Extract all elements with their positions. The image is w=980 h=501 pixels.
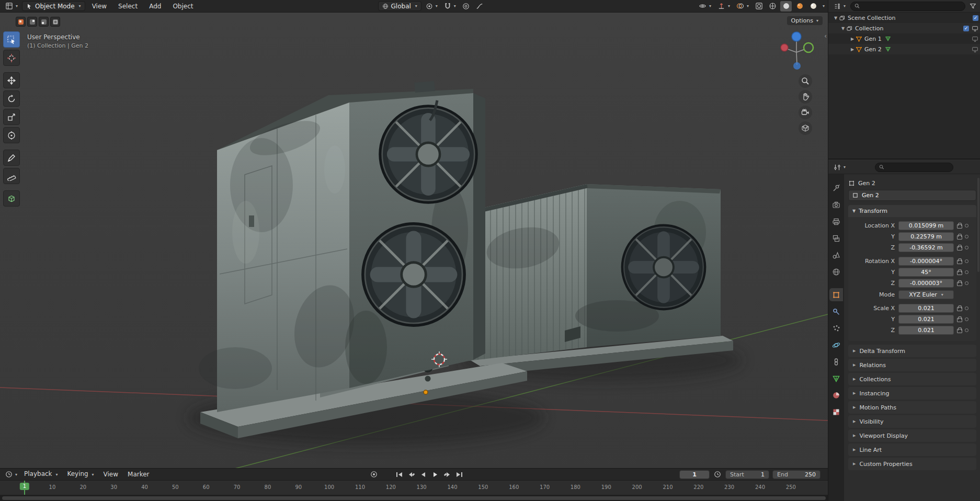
transform-panel-header[interactable]: ▼ Transform [848, 205, 976, 217]
tool-move[interactable] [3, 72, 20, 88]
auto-keying-toggle[interactable] [368, 469, 380, 480]
outliner-row-gen2[interactable]: ▶ Gen 2 [828, 44, 980, 54]
zoom-button[interactable] [799, 74, 812, 88]
tab-scene[interactable] [829, 248, 843, 261]
jump-to-start-button[interactable] [393, 469, 405, 480]
end-frame-field[interactable]: End 250 [772, 470, 821, 479]
proportional-editing-button[interactable] [460, 1, 472, 12]
tool-annotate[interactable] [3, 150, 20, 166]
value-field[interactable]: 45° [898, 268, 954, 277]
outliner-row-collection[interactable]: ▼ Collection ✓ [828, 23, 980, 33]
xray-toggle-button[interactable] [753, 1, 765, 12]
animate-decorator-icon[interactable] [965, 317, 968, 321]
tool-cursor[interactable] [3, 50, 20, 66]
viewport-quick-toggle-2[interactable] [27, 17, 37, 27]
viewport-quick-toggle-3[interactable] [39, 17, 49, 27]
properties-search[interactable] [875, 163, 953, 172]
section-header-instancing[interactable]: ▶Instancing [848, 387, 976, 400]
lock-icon[interactable] [956, 234, 962, 240]
section-header-collections[interactable]: ▶Collections [848, 373, 976, 385]
tab-world[interactable] [829, 265, 843, 278]
disclosure-triangle-icon[interactable]: ▶ [849, 47, 856, 52]
value-field[interactable]: -0.000003° [898, 279, 954, 288]
menu-marker[interactable]: Marker [123, 468, 154, 481]
tool-rotate[interactable] [3, 90, 20, 107]
menu-select[interactable]: Select [113, 0, 142, 13]
animate-decorator-icon[interactable] [965, 270, 968, 274]
tool-add-cube[interactable] [3, 190, 20, 207]
tool-transform[interactable] [3, 127, 20, 143]
checkbox-icon[interactable]: ✓ [973, 15, 978, 21]
editor-type-button[interactable]: ▾ [3, 1, 20, 11]
next-keyframe-button[interactable] [441, 469, 453, 480]
section-header-relations[interactable]: ▶Relations [848, 359, 976, 371]
timeline-ruler[interactable]: 1 10203040506070809010011012013014015016… [0, 481, 828, 495]
animate-decorator-icon[interactable] [965, 281, 968, 285]
toggle-perspective-button[interactable] [799, 121, 812, 135]
lock-icon[interactable] [956, 223, 962, 229]
outliner-row-gen1[interactable]: ▶ Gen 1 [828, 33, 980, 44]
viewport-quick-toggle-4[interactable] [50, 17, 60, 27]
object-name-field[interactable]: Gen 2 [848, 190, 976, 201]
lock-icon[interactable] [956, 327, 962, 334]
breadcrumb-object-name[interactable]: Gen 2 [858, 180, 875, 187]
tab-tool[interactable] [829, 181, 843, 195]
lock-icon[interactable] [956, 305, 962, 312]
tab-view-layer[interactable] [829, 232, 843, 245]
lock-icon[interactable] [956, 316, 962, 323]
navigation-gizmo[interactable] [778, 30, 815, 72]
properties-editor-type-button[interactable]: ▾ [831, 163, 848, 172]
monitor-icon[interactable] [972, 25, 978, 32]
shading-rendered-button[interactable] [807, 1, 819, 12]
tab-material[interactable] [829, 389, 843, 402]
value-field[interactable]: 0.021 [898, 326, 954, 335]
shading-dropdown-chevron[interactable]: ▾ [823, 4, 825, 8]
play-reverse-button[interactable] [417, 469, 429, 480]
animate-decorator-icon[interactable] [965, 224, 968, 227]
section-header-custom-properties[interactable]: ▶Custom Properties [848, 458, 976, 470]
current-frame-field[interactable]: 1 [679, 470, 710, 479]
cooling-unit-right[interactable] [459, 180, 733, 375]
timeline-editor-type-button[interactable]: ▾ [3, 470, 19, 479]
tab-output[interactable] [829, 215, 843, 228]
shading-material-button[interactable] [794, 1, 805, 12]
tab-physics[interactable] [829, 338, 843, 351]
tab-constraints[interactable] [829, 355, 843, 368]
object-visibility-dropdown[interactable]: ▾ [697, 1, 713, 11]
value-field[interactable]: 0.021 [898, 304, 954, 313]
animate-decorator-icon[interactable] [965, 246, 968, 249]
menu-playback[interactable]: Playback ▾ [19, 468, 62, 481]
monitor-icon[interactable] [972, 46, 978, 53]
lock-icon[interactable] [956, 258, 962, 265]
outliner-search[interactable] [850, 2, 965, 11]
section-header-visibility[interactable]: ▶Visibility [848, 415, 976, 428]
pivot-point-button[interactable]: ▾ [424, 2, 440, 11]
value-field[interactable]: 0.015099 m [898, 221, 954, 230]
value-field[interactable]: -0.36592 m [898, 243, 954, 252]
animate-decorator-icon[interactable] [965, 306, 968, 310]
disclosure-triangle-icon[interactable]: ▼ [840, 26, 846, 31]
shading-wireframe-button[interactable] [767, 1, 778, 12]
lock-icon[interactable] [956, 245, 962, 251]
outliner-editor-type-button[interactable]: ▾ [831, 2, 848, 11]
tab-object[interactable] [829, 288, 843, 301]
menu-view[interactable]: View [87, 0, 111, 13]
menu-tl-view[interactable]: View [99, 468, 123, 481]
properties-scrollbar[interactable] [977, 178, 979, 272]
mode-dropdown[interactable]: Object Mode ▾ [22, 1, 85, 11]
camera-view-button[interactable] [799, 106, 812, 119]
section-header-line-art[interactable]: ▶Line Art [848, 443, 976, 456]
section-header-delta-transform[interactable]: ▶Delta Transform [848, 345, 976, 357]
checkbox-icon[interactable]: ✓ [963, 26, 969, 31]
play-button[interactable] [429, 469, 441, 480]
tool-measure[interactable] [3, 168, 20, 184]
gizmos-dropdown[interactable]: ▾ [715, 1, 732, 11]
animate-decorator-icon[interactable] [965, 328, 968, 332]
tab-texture[interactable] [829, 405, 843, 418]
timeline-scrollbar-thumb[interactable] [2, 496, 826, 500]
previous-keyframe-button[interactable] [405, 469, 417, 480]
tool-scale[interactable] [3, 109, 20, 125]
value-field[interactable]: -0.000004° [898, 257, 954, 266]
tab-modifiers[interactable] [829, 305, 843, 318]
value-field[interactable]: 0.22579 m [898, 232, 954, 241]
